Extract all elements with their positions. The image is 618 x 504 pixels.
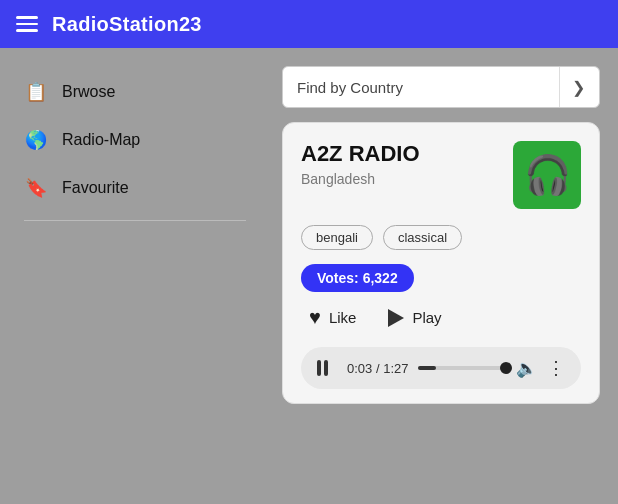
like-button[interactable]: ♥ Like xyxy=(309,306,356,329)
tags-container: bengali classical xyxy=(301,225,581,250)
main-layout: 📋 Brwose 🌎 Radio-Map 🔖 Favourite Find by… xyxy=(0,48,618,504)
radio-card: A2Z RADIO Bangladesh 🎧 bengali classical… xyxy=(282,122,600,404)
sidebar-divider xyxy=(24,220,246,221)
card-top: A2Z RADIO Bangladesh 🎧 xyxy=(301,141,581,209)
sidebar: 📋 Brwose 🌎 Radio-Map 🔖 Favourite xyxy=(0,48,270,504)
browse-icon: 📋 xyxy=(24,80,48,104)
radio-name: A2Z RADIO xyxy=(301,141,420,167)
play-label: Play xyxy=(412,309,441,326)
country-dropdown-text: Find by Country xyxy=(297,79,403,96)
sidebar-item-favourite[interactable]: 🔖 Favourite xyxy=(0,164,270,212)
globe-icon: 🌎 xyxy=(24,128,48,152)
app-title: RadioStation23 xyxy=(52,13,202,36)
votes-badge[interactable]: Votes: 6,322 xyxy=(301,264,414,292)
action-buttons: ♥ Like Play xyxy=(301,306,581,329)
top-nav: RadioStation23 xyxy=(0,0,618,48)
time-display: 0:03 / 1:27 xyxy=(347,361,408,376)
chevron-down-icon: ❯ xyxy=(559,67,585,107)
hamburger-menu-button[interactable] xyxy=(16,16,38,32)
play-icon xyxy=(388,309,404,327)
tag-classical[interactable]: classical xyxy=(383,225,462,250)
pause-bar-right xyxy=(324,360,328,376)
current-time: 0:03 xyxy=(347,361,372,376)
volume-icon[interactable]: 🔈 xyxy=(516,358,537,379)
progress-fill xyxy=(418,366,436,370)
votes-badge-container: Votes: 6,322 xyxy=(301,264,581,306)
heart-icon: ♥ xyxy=(309,306,321,329)
sidebar-item-radio-map-label: Radio-Map xyxy=(62,131,140,149)
content-area: Find by Country ❯ A2Z RADIO Bangladesh 🎧… xyxy=(270,48,618,504)
sidebar-item-radio-map[interactable]: 🌎 Radio-Map xyxy=(0,116,270,164)
radio-country: Bangladesh xyxy=(301,171,420,187)
progress-knob xyxy=(500,362,512,374)
sidebar-item-browse-label: Brwose xyxy=(62,83,115,101)
radio-info: A2Z RADIO Bangladesh xyxy=(301,141,420,187)
sidebar-item-favourite-label: Favourite xyxy=(62,179,129,197)
headphone-icon: 🎧 xyxy=(524,153,571,197)
more-options-icon[interactable]: ⋮ xyxy=(547,357,565,379)
pause-bar-left xyxy=(317,360,321,376)
bookmark-icon: 🔖 xyxy=(24,176,48,200)
total-time: 1:27 xyxy=(383,361,408,376)
progress-bar[interactable] xyxy=(418,366,506,370)
country-dropdown[interactable]: Find by Country ❯ xyxy=(282,66,600,108)
sidebar-item-browse[interactable]: 📋 Brwose xyxy=(0,68,270,116)
audio-player: 0:03 / 1:27 🔈 ⋮ xyxy=(301,347,581,389)
play-button[interactable]: Play xyxy=(388,309,441,327)
pause-button[interactable] xyxy=(317,358,337,378)
tag-bengali[interactable]: bengali xyxy=(301,225,373,250)
like-label: Like xyxy=(329,309,357,326)
radio-logo: 🎧 xyxy=(513,141,581,209)
